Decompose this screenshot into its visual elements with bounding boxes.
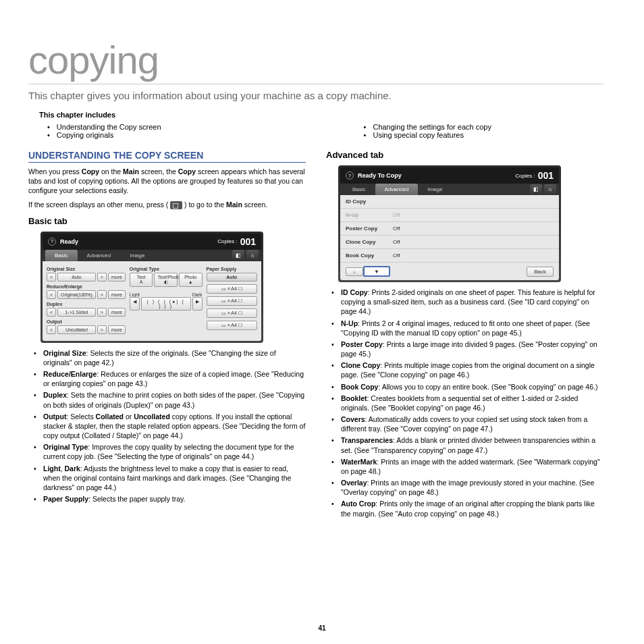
copies-count: 001 [240,236,256,247]
feature-item: Clone Copy: Prints multiple image copies… [341,360,603,379]
darkness-right-button[interactable]: ▶ [192,297,203,311]
arrow-right-button[interactable]: > [97,325,107,334]
tray-button[interactable]: ▭ ≡ A4 ☐ [207,308,257,318]
chapter-title: copying [28,37,603,84]
tab-advanced[interactable]: Advanced [78,250,121,261]
feature-item: Booklet: Creates booklets from a sequent… [341,394,603,412]
advanced-option-row[interactable]: Book CopyOff [340,249,559,263]
arrow-right-button[interactable]: > [97,308,107,317]
scroll-up-button[interactable]: ▲ [346,267,363,276]
feature-item: Original Type: Improves the copy quality… [43,442,306,461]
includes-item: Changing the settings for each copy [364,123,491,131]
feature-item: Book Copy: Allows you to copy an entire … [341,382,603,392]
tab-basic[interactable]: Basic [45,250,78,261]
basic-tab-screenshot: ? Ready Copies : 001 Basic Advanced Imag… [41,232,263,343]
feature-item: Covers: Automatically adds covers to you… [341,414,603,433]
basic-feature-list: Original Size: Selects the size of the o… [28,348,306,504]
advanced-tab-heading: Advanced tab [326,150,603,160]
feature-item: Output: Selects Collated or Uncollated c… [43,412,306,441]
auto-button[interactable]: Auto [57,273,96,281]
label-light: Light [130,292,140,297]
more-button[interactable]: more [108,308,126,317]
advanced-feature-list: ID Copy: Prints 2-sided originals on one… [326,288,603,518]
save-icon[interactable]: ◧ [530,184,542,195]
advanced-option-row[interactable]: N-UpOff [340,209,559,222]
tab-advanced[interactable]: Advanced [375,184,419,195]
feature-item: Duplex: Sets the machine to print copies… [43,390,306,409]
feature-item: Overlay: Prints an image with the image … [341,478,603,497]
tray-button[interactable]: ▭ ≡ A4 ☐ [207,284,257,294]
uncollated-button[interactable]: Uncollated [57,325,96,334]
feature-item: N-Up: Prints 2 or 4 original images, red… [341,319,603,338]
arrow-left-button[interactable]: < [47,290,56,299]
arrow-left-button[interactable]: < [47,308,56,317]
tab-image[interactable]: Image [120,250,154,261]
help-icon[interactable]: ? [346,171,354,180]
includes-item: Understanding the Copy screen [47,123,161,131]
home-icon[interactable]: ⌂ [246,250,259,261]
more-button[interactable]: more [108,273,126,281]
section-heading: UNDERSTANDING THE COPY SCREEN [28,150,306,163]
label-reduce-enlarge: Reduce/Enlarge [47,284,126,289]
advanced-option-row[interactable]: ID Copy [340,195,559,209]
label-original-type: Original Type [130,267,203,271]
home-icon [170,201,182,209]
feature-item: Reduce/Enlarge: Reduces or enlarges the … [43,369,306,388]
label-paper-supply: Paper Supply [207,267,257,271]
text-button[interactable]: TextA [130,273,153,287]
section-paragraph: When you press Copy on the Main screen, … [28,167,306,196]
label-duplex: Duplex [47,302,126,306]
label-dark: Dark [192,292,203,297]
status-text: Ready To Copy [358,172,515,179]
feature-item: Light, Dark: Adjusts the brightness leve… [43,464,306,493]
sided-button[interactable]: 1->1 Sided [57,308,96,317]
tab-image[interactable]: Image [418,184,452,195]
arrow-right-button[interactable]: > [97,290,107,299]
photo-button[interactable]: Photo▲ [179,273,203,287]
scroll-down-button[interactable]: ▼ [363,266,390,277]
feature-item: WaterMark: Prints an image with the adde… [341,457,603,476]
home-icon[interactable]: ⌂ [544,184,556,195]
tray-button[interactable]: ▭ ≡ A4 ☐ [207,296,257,306]
copies-label: Copies : [515,173,535,179]
original100-button[interactable]: Original(100%) [57,290,96,299]
label-original-size: Original Size [47,267,126,271]
advanced-tab-screenshot: ? Ready To Copy Copies : 001 Basic Advan… [338,165,561,282]
includes-list: Understanding the Copy screen Copying or… [28,123,603,139]
feature-item: Auto Crop: Prints only the image of an o… [341,499,603,518]
chapter-intro: This chapter gives you information about… [28,90,603,101]
status-text: Ready [60,238,217,245]
section-paragraph: If the screen displays an other menu, pr… [28,200,306,209]
left-column: UNDERSTANDING THE COPY SCREEN When you p… [28,150,306,520]
feature-item: Paper Supply: Selects the paper supply t… [43,494,306,504]
tab-basic[interactable]: Basic [343,184,375,195]
label-output: Output [47,319,126,324]
feature-item: Original Size: Selects the size of the o… [43,348,306,367]
feature-item: Poster Copy: Prints a large image into d… [341,340,603,358]
advanced-option-row[interactable]: Poster CopyOff [340,222,559,236]
copies-label: Copies : [217,238,237,244]
more-button[interactable]: more [108,290,126,299]
includes-item: Copying originals [47,131,161,139]
arrow-right-button[interactable]: > [97,273,107,281]
darkness-slider[interactable]: ( ) ( ) (●) ( ) ( ) [141,297,191,311]
arrow-left-button[interactable]: < [47,273,56,281]
includes-item: Using special copy features [364,131,491,139]
paper-auto-button[interactable]: Auto [207,273,257,281]
page-number: 41 [0,624,644,632]
help-icon[interactable]: ? [48,238,56,246]
arrow-left-button[interactable]: < [47,325,56,334]
feature-item: ID Copy: Prints 2-sided originals on one… [341,288,603,317]
save-icon[interactable]: ◧ [232,250,244,261]
feature-item: Transparencies: Adds a blank or printed … [341,435,603,454]
copies-count: 001 [538,170,554,181]
more-button[interactable]: more [108,325,126,334]
includes-heading: This chapter includes [28,111,603,119]
advanced-option-row[interactable]: Clone CopyOff [340,236,559,249]
back-button[interactable]: Back [527,267,554,277]
basic-tab-heading: Basic tab [28,216,306,226]
right-column: Advanced tab ? Ready To Copy Copies : 00… [326,150,603,520]
textphoto-button[interactable]: Text/Photo◐ [154,273,178,287]
darkness-left-button[interactable]: ◀ [130,297,140,311]
tray-button[interactable]: ▭ ≡ A4 ☐ [207,321,257,330]
